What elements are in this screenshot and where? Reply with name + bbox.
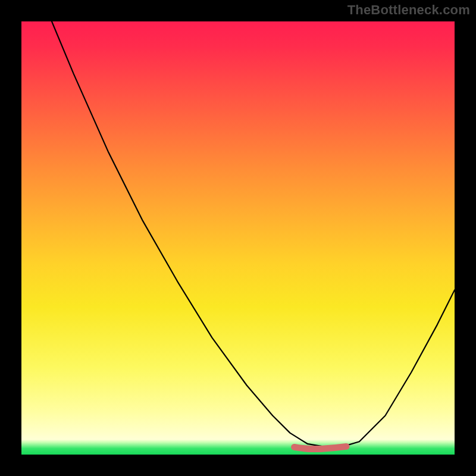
optimal-flat-path (295, 446, 346, 449)
bottleneck-curve-path (52, 21, 455, 447)
plot-area (21, 21, 455, 455)
attribution-text: TheBottleneck.com (347, 2, 470, 18)
chart-container: TheBottleneck.com (0, 0, 476, 476)
chart-svg (21, 21, 455, 455)
